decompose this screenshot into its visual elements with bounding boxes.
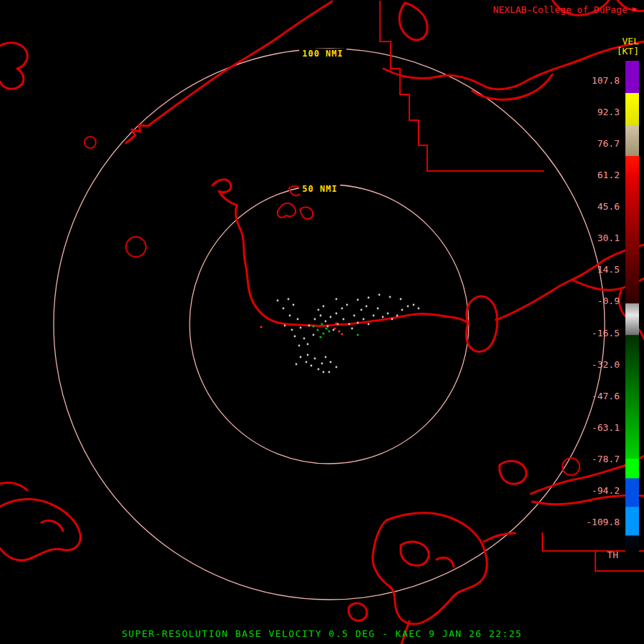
radar-echo-dot: [356, 333, 358, 336]
radar-echo-dot: [308, 325, 311, 327]
lake-outline: [126, 237, 146, 257]
pond-outline: [300, 208, 313, 219]
range-ring-50nmi: [190, 185, 469, 464]
colorbar-threshold-label: TH: [607, 550, 618, 560]
radar-echo-dot: [277, 300, 279, 302]
radar-echo-dot: [289, 315, 291, 317]
radar-echo-dot: [328, 330, 330, 332]
radar-echo-dot: [368, 323, 370, 326]
radar-echo-dot: [343, 318, 345, 321]
coastline-path: [213, 180, 468, 326]
colorbar: [625, 61, 639, 555]
map-layer: [0, 0, 644, 644]
radar-echo-dot: [361, 309, 363, 311]
radar-echo-dot: [333, 327, 336, 329]
radar-echo-dot: [313, 334, 315, 336]
radar-echo-dot: [377, 308, 379, 310]
radar-echo-dot: [389, 296, 391, 298]
radar-echo-dot: [382, 316, 384, 318]
radar-echo-dot: [328, 371, 331, 374]
radar-echo-dot: [314, 318, 316, 321]
radar-echo-dot: [341, 333, 343, 335]
radar-echo-dot: [330, 316, 332, 318]
radar-echo-dot: [373, 315, 375, 317]
radar-echo-dot: [391, 318, 394, 321]
radar-echo-dot: [322, 332, 324, 334]
radar-echo-dot: [300, 327, 302, 329]
coastline-path: [126, 1, 332, 143]
range-label-50nmi: 50 NMI: [299, 184, 340, 194]
radar-echo-dot: [351, 328, 353, 330]
lake-complex-outline: [436, 557, 454, 567]
radar-echo-dot: [330, 361, 332, 364]
radar-echoes-layer: [260, 294, 419, 374]
radar-echo-dot: [320, 315, 322, 317]
radar-echo-dot: [314, 358, 316, 360]
coastline-path: [0, 482, 27, 490]
colorbar-unit-label: VEL: [623, 36, 639, 47]
island-outline: [399, 3, 427, 40]
lake-complex-outline: [401, 542, 429, 565]
radar-echo-dot: [325, 321, 327, 323]
range-label-100nmi: 100 NMI: [299, 49, 346, 59]
radar-echo-dot: [323, 371, 325, 374]
radar-echo-dot: [294, 336, 296, 338]
pond-outline: [278, 203, 296, 218]
nexlab-logo-icon: ⚑: [632, 6, 637, 14]
radar-echo-dot: [316, 328, 318, 331]
radar-echo-dot: [348, 323, 351, 326]
radar-echo-dot: [296, 364, 298, 366]
radar-echo-dot: [336, 366, 338, 369]
radar-echo-dot: [293, 304, 295, 306]
radar-echo-dot: [291, 329, 293, 331]
coastline-path: [42, 521, 63, 531]
radar-echo-dot: [327, 326, 329, 328]
radar-echo-dot: [297, 318, 299, 321]
radar-echo-dot: [357, 322, 359, 324]
radar-echo-dot: [353, 315, 356, 317]
radar-echo-dot: [321, 323, 323, 325]
island-outline: [348, 603, 367, 620]
radar-echo-dot: [307, 354, 309, 356]
radar-echo-dot: [288, 298, 290, 301]
map-canvas: [0, 0, 644, 644]
radar-echo-dot: [307, 343, 309, 346]
island-outline: [0, 43, 27, 89]
island-outline: [0, 499, 80, 560]
radar-echo-dot: [341, 308, 343, 310]
radar-echo-dot: [321, 363, 323, 365]
radar-echo-dot: [323, 306, 325, 308]
lake-complex-outline: [373, 513, 487, 624]
radar-echo-dot: [283, 308, 285, 310]
lake-outline: [84, 137, 96, 148]
radar-echo-dot: [407, 306, 409, 308]
radar-echo-dot: [401, 309, 404, 311]
radar-echo-dot: [368, 297, 370, 299]
site-title-text: NEXLAB-College of DuPage: [493, 4, 628, 15]
radar-echo-dot: [325, 356, 327, 358]
radar-echo-dot: [284, 325, 286, 327]
radar-echo-dot: [346, 304, 348, 306]
radar-echo-dot: [298, 345, 301, 347]
radar-echo-dot: [363, 318, 365, 321]
radar-echo-dot: [357, 299, 359, 301]
radar-echo-dot: [338, 330, 340, 332]
radar-echo-dot: [418, 308, 420, 310]
radar-echo-dot: [400, 298, 402, 301]
radar-echo-dot: [318, 309, 320, 311]
product-caption: SUPER-RESOLUTION BASE VELOCITY 0.5 DEG -…: [122, 628, 522, 639]
radar-echo-dot: [318, 369, 320, 371]
radar-echo-dot: [325, 327, 327, 329]
radar-echo-dot: [396, 315, 399, 317]
radar-echo-dot: [379, 294, 381, 296]
radar-display: 100 NMI 50 NMI NEXLAB-College of DuPage …: [0, 0, 644, 644]
radar-echo-dot: [300, 356, 302, 358]
radar-echo-dot: [303, 338, 306, 340]
border-steps: [380, 1, 544, 171]
radar-echo-dot: [413, 304, 415, 306]
radar-echo-dot: [319, 336, 321, 338]
colorbar-unit-label: [KT]: [617, 46, 639, 57]
radar-echo-dot: [387, 313, 389, 315]
radar-echo-dot: [336, 298, 338, 301]
header-title: NEXLAB-College of DuPage ⚑: [493, 4, 637, 15]
